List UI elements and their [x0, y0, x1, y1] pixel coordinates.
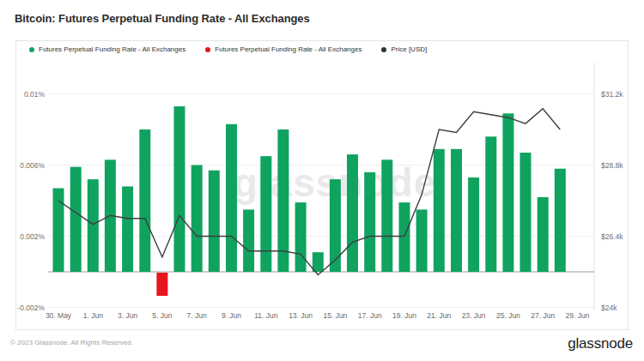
green-dot-icon [29, 47, 34, 52]
x-axis-tick-label: 1. Jun [83, 311, 103, 320]
funding-rate-bar[interactable] [555, 169, 566, 272]
funding-rate-bar[interactable] [416, 209, 428, 272]
y-axis-left-tick-label: 0.002% [20, 232, 45, 241]
funding-rate-bar[interactable] [191, 165, 203, 273]
funding-rate-bar[interactable] [139, 129, 150, 272]
x-axis-tick-label: 27. Jun [531, 311, 555, 320]
funding-rate-bar[interactable] [70, 167, 82, 272]
x-axis-tick-label: 9. Jun [222, 311, 241, 320]
funding-rate-bar[interactable] [468, 177, 479, 272]
x-axis-tick-label: 30. May [46, 311, 72, 320]
y-axis-left-tick-label: -0.002% [17, 304, 45, 312]
red-dot-icon [205, 47, 210, 52]
funding-rate-bar[interactable] [260, 156, 271, 272]
x-axis-tick-label: 29. Jun [566, 311, 590, 320]
funding-rate-bar[interactable] [434, 149, 445, 272]
legend-item-price[interactable]: Price [USD] [381, 45, 427, 53]
legend-item-funding-positive[interactable]: Futures Perpetual Funding Rate - All Exc… [29, 45, 185, 53]
funding-rate-bar[interactable] [313, 252, 324, 272]
legend-item-funding-negative[interactable]: Futures Perpetual Funding Rate - All Exc… [205, 45, 361, 53]
x-axis-tick-label: 15. Jun [323, 311, 347, 320]
funding-rate-bar[interactable] [156, 273, 167, 296]
funding-rate-bar[interactable] [226, 124, 237, 272]
x-axis-tick-label: 23. Jun [462, 311, 486, 320]
chart-legend: Futures Perpetual Funding Rate - All Exc… [29, 45, 427, 53]
funding-rate-bar[interactable] [174, 106, 185, 272]
funding-rate-bar[interactable] [295, 202, 307, 272]
x-axis-tick-label: 25. Jun [496, 311, 520, 320]
legend-label: Price [USD] [391, 45, 427, 53]
chart-plot-svg: 0.01%$31.2k0.006%$28.8k0.002%$26.4k-0.00… [0, 0, 644, 361]
funding-rate-bar[interactable] [347, 154, 358, 272]
legend-label: Futures Perpetual Funding Rate - All Exc… [215, 45, 361, 53]
x-axis-tick-label: 21. Jun [427, 311, 451, 320]
funding-rate-bar[interactable] [88, 179, 99, 272]
x-axis-tick-label: 5. Jun [152, 311, 172, 320]
black-dot-icon [381, 47, 386, 52]
x-axis-tick-label: 3. Jun [118, 311, 137, 320]
funding-rate-bar[interactable] [364, 172, 375, 272]
funding-rate-bar[interactable] [381, 159, 392, 272]
funding-rate-bar[interactable] [451, 149, 462, 272]
funding-rate-bar[interactable] [330, 179, 341, 272]
y-axis-right-tick-label: $26.4k [601, 232, 623, 241]
funding-rate-bar[interactable] [502, 113, 513, 272]
x-axis-tick-label: 17. Jun [358, 311, 382, 320]
funding-rate-bar[interactable] [243, 209, 254, 272]
y-axis-left-tick-label: 0.006% [20, 161, 45, 170]
glassnode-logo: glassnode [568, 335, 633, 352]
funding-rate-bar[interactable] [122, 186, 133, 272]
x-axis-tick-label: 11. Jun [254, 311, 278, 320]
y-axis-right-tick-label: $28.8k [601, 161, 623, 170]
x-axis-tick-label: 7. Jun [187, 311, 207, 320]
funding-rate-bar[interactable] [209, 171, 220, 272]
funding-rate-bar[interactable] [538, 197, 549, 272]
y-axis-right-tick-label: $24k [601, 304, 617, 312]
funding-rate-bar[interactable] [485, 136, 496, 272]
x-axis-tick-label: 13. Jun [289, 311, 313, 320]
legend-label: Futures Perpetual Funding Rate - All Exc… [39, 45, 185, 53]
copyright-text: © 2023 Glassnode. All Rights Reserved. [10, 339, 133, 346]
x-axis-tick-label: 19. Jun [392, 311, 416, 320]
funding-rate-bar[interactable] [399, 202, 410, 272]
y-axis-left-tick-label: 0.01% [24, 90, 46, 99]
y-axis-right-tick-label: $31.2k [601, 90, 623, 99]
funding-rate-bar[interactable] [520, 153, 532, 272]
